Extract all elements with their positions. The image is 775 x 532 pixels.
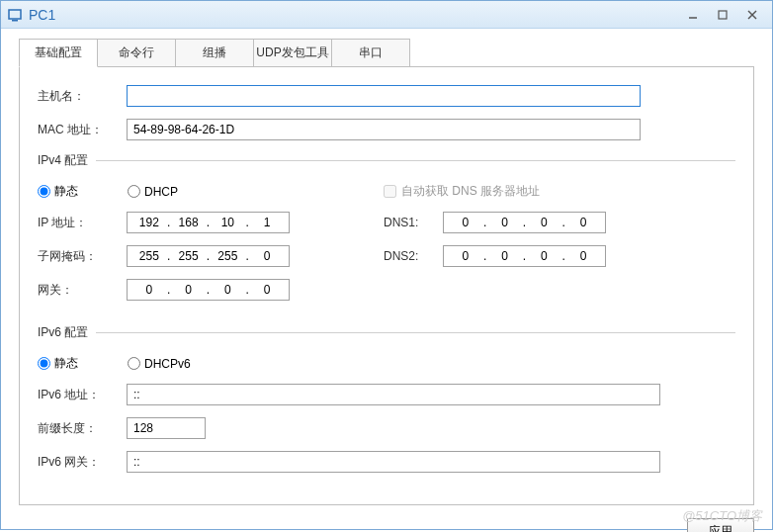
titlebar: PC1	[1, 1, 772, 29]
auto-dns-checkbox[interactable]: 自动获取 DNS 服务器地址	[384, 183, 540, 200]
tab-basic[interactable]: 基础配置	[19, 39, 98, 67]
close-button[interactable]	[738, 6, 766, 24]
tab-udp[interactable]: UDP发包工具	[253, 39, 332, 67]
ip-input[interactable]: 192.168.10.1	[127, 212, 290, 233]
mask-input[interactable]: 255.255.255.0	[127, 245, 290, 267]
gateway-input[interactable]: 0.0.0.0	[127, 279, 290, 301]
ipv4-dhcp-radio[interactable]: DHCP	[128, 185, 178, 199]
tab-multicast[interactable]: 组播	[175, 39, 254, 67]
window: PC1 基础配置 命令行 组播 UDP发包工具 串口 主机名： MAC 地址： …	[0, 0, 773, 530]
app-icon	[7, 7, 23, 23]
dns2-label: DNS2:	[384, 249, 443, 263]
tab-cli[interactable]: 命令行	[97, 39, 176, 67]
ipv6-gw-label: IPv6 网关：	[38, 454, 127, 471]
ipv6-static-radio[interactable]: 静态	[38, 355, 78, 372]
mac-input[interactable]	[127, 119, 641, 140]
dns1-label: DNS1:	[384, 216, 443, 229]
svg-rect-0	[9, 10, 21, 19]
tab-bar: 基础配置 命令行 组播 UDP发包工具 串口	[19, 39, 772, 67]
apply-button[interactable]: 应用	[687, 518, 754, 532]
mask-label: 子网掩码：	[38, 248, 127, 265]
ipv4-static-radio[interactable]: 静态	[38, 183, 78, 200]
gateway-label: 网关：	[38, 282, 127, 299]
window-title: PC1	[29, 7, 679, 23]
svg-rect-1	[12, 20, 18, 22]
ip-label: IP 地址：	[38, 215, 127, 231]
ipv6-group: IPv6 配置 静态 DHCPv6 IPv6 地址： 前缀长度： IPv6 网关…	[38, 324, 735, 490]
footer: 应用	[1, 518, 754, 532]
svg-rect-3	[719, 11, 727, 19]
ipv6-legend: IPv6 配置	[38, 324, 96, 341]
ipv6-addr-input[interactable]	[127, 384, 660, 405]
tab-content: 主机名： MAC 地址： IPv4 配置 静态 DHCP 自动获取 DNS 服务…	[19, 66, 754, 505]
ipv6-addr-label: IPv6 地址：	[38, 387, 127, 403]
mac-label: MAC 地址：	[38, 122, 127, 138]
ipv6-prefix-label: 前缀长度：	[38, 420, 127, 437]
window-controls	[679, 6, 766, 24]
dns2-input[interactable]: 0.0.0.0	[443, 245, 606, 267]
hostname-label: 主机名：	[38, 88, 127, 105]
dns1-input[interactable]: 0.0.0.0	[443, 212, 606, 233]
hostname-input[interactable]	[127, 85, 641, 107]
ipv6-dhcp-radio[interactable]: DHCPv6	[128, 357, 191, 371]
ipv4-group: IPv4 配置 静态 DHCP 自动获取 DNS 服务器地址 IP 地址： 19…	[38, 152, 735, 318]
ipv4-legend: IPv4 配置	[38, 152, 96, 169]
ipv6-prefix-input[interactable]	[127, 417, 206, 439]
minimize-button[interactable]	[679, 6, 707, 24]
maximize-button[interactable]	[709, 6, 736, 24]
ipv6-gw-input[interactable]	[127, 451, 660, 473]
tab-serial[interactable]: 串口	[331, 39, 410, 67]
